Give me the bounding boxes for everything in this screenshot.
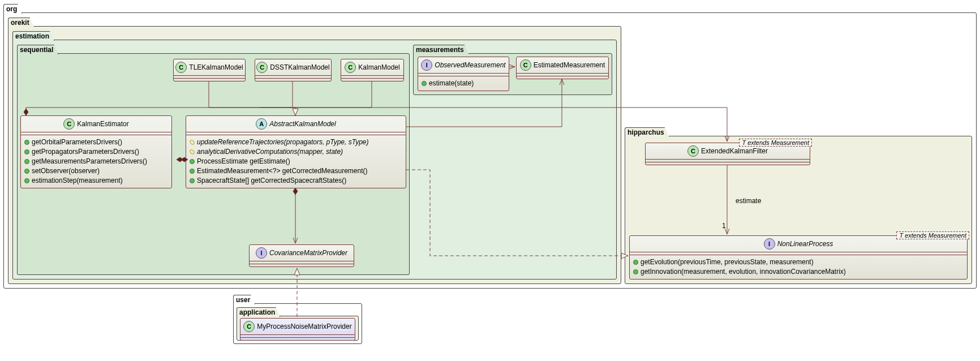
public-icon [190,169,195,174]
abstract-icon: A [256,118,267,130]
class-non-linear-process: T extends Measurement INonLinearProcess … [629,235,968,280]
class-icon: C [243,321,255,332]
public-icon [24,149,29,154]
class-name: NonLinearProcess [777,240,833,248]
interface-icon: I [256,247,267,259]
public-icon [24,178,29,183]
class-name: CovarianceMatrixProvider [269,249,347,257]
generic-param: T extends Measurement [739,139,812,147]
public-icon [24,159,29,164]
package-measurements-label: measurements [413,45,469,54]
class-name: KalmanModel [358,63,399,71]
multiplicity-one: 1 [722,222,726,230]
class-icon: C [687,145,699,157]
generic-param: T extends Measurement [896,231,969,239]
class-icon: C [175,62,187,73]
class-observed-measurement: IObservedMeasurement estimate(state) [418,57,509,91]
package-user-label: user [233,295,255,304]
protected-icon [189,149,195,155]
class-kalman-model: CKalmanModel [341,59,404,81]
class-name: AbstractKalmanModel [269,120,336,128]
class-estimated-measurement: CEstimatedMeasurement [516,57,609,79]
class-abstract-kalman-model: AAbstractKalmanModel updateReferenceTraj… [186,115,406,188]
public-icon [422,81,427,86]
interface-icon: I [421,59,432,71]
package-hipparchus-label: hipparchus [625,127,669,137]
class-icon: C [520,59,531,71]
class-icon: C [63,118,75,130]
class-my-process-noise-matrix-provider: CMyProcessNoiseMatrixProvider [240,318,355,341]
class-name: DSSTKalmanModel [270,63,329,71]
class-icon: C [256,62,268,73]
public-icon [24,169,29,174]
public-icon [24,140,29,145]
class-name: ObservedMeasurement [435,61,505,69]
class-extended-kalman-filter: T extends Measurement CExtendedKalmanFil… [645,143,810,165]
class-covariance-matrix-provider: ICovarianceMatrixProvider [249,244,354,267]
association-label-estimate: estimate [736,197,761,205]
public-icon [633,260,638,265]
interface-icon: I [764,238,775,250]
class-name: ExtendedKalmanFilter [701,147,768,155]
class-kalman-estimator: CKalmanEstimator getOrbitalParametersDri… [20,115,172,188]
package-sequential-label: sequential [17,45,58,54]
package-application-label: application [237,307,280,317]
class-dsst-kalman-model: CDSSTKalmanModel [255,59,332,81]
class-name: MyProcessNoiseMatrixProvider [257,323,351,330]
class-name: EstimatedMeasurement [534,61,605,69]
package-org-label: org [3,4,22,14]
public-icon [633,269,638,274]
class-icon: C [345,62,356,73]
package-orekit-label: orekit [8,18,35,27]
class-tle-kalman-model: CTLEKalmanModel [173,59,246,81]
public-icon [190,159,195,164]
class-name: TLEKalmanModel [189,63,243,71]
package-estimation-label: estimation [12,31,54,41]
class-name: KalmanEstimator [77,120,128,128]
protected-icon [189,139,195,145]
public-icon [190,178,195,183]
